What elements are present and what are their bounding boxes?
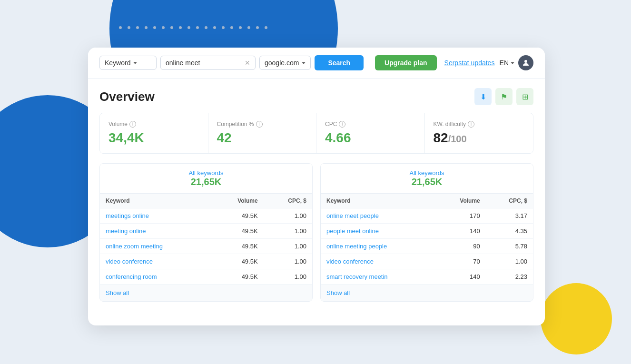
tables-row: All keywords 21,65K Keyword Volume CPC, … bbox=[99, 163, 533, 302]
right-col-keyword: Keyword bbox=[321, 194, 436, 208]
table-icon: ⊞ bbox=[522, 92, 528, 101]
left-table-count: 21,65K bbox=[106, 177, 306, 187]
left-table-all-keywords: All keywords bbox=[106, 169, 306, 177]
left-table-card: All keywords 21,65K Keyword Volume CPC, … bbox=[99, 163, 313, 302]
right-col-cpc: CPC, $ bbox=[486, 194, 533, 208]
stat-card-competition-%: Competition % i42 bbox=[208, 113, 317, 153]
stat-value: 34,4K bbox=[108, 130, 199, 146]
domain-value: google.com bbox=[265, 59, 299, 67]
stat-info-icon[interactable]: i bbox=[256, 121, 263, 128]
svg-point-0 bbox=[524, 60, 527, 63]
language-select[interactable]: EN bbox=[500, 59, 514, 67]
upgrade-plan-button[interactable]: Upgrade plan bbox=[375, 55, 436, 70]
stats-row: Volume i34,4KCompetition % i42CPC i4.66K… bbox=[99, 113, 533, 154]
keyword-cell: online zoom meeting bbox=[100, 239, 212, 254]
stat-value: 82/100 bbox=[434, 130, 525, 146]
table-row: online meeting people 90 5.78 bbox=[321, 239, 533, 254]
left-table-header: All keywords 21,65K bbox=[100, 164, 312, 193]
stat-value: 42 bbox=[217, 130, 308, 146]
bg-dots bbox=[119, 26, 267, 29]
overview-header: Overview ⬇ ⚑ ⊞ bbox=[99, 88, 533, 105]
left-col-cpc: CPC, $ bbox=[264, 194, 312, 208]
cpc-cell: 1.00 bbox=[264, 269, 312, 285]
keyword-cell: conferencing room bbox=[100, 269, 212, 285]
domain-chevron bbox=[302, 62, 306, 64]
stat-info-icon[interactable]: i bbox=[339, 121, 345, 128]
cpc-cell: 1.00 bbox=[264, 239, 312, 254]
stat-denominator: /100 bbox=[448, 134, 467, 144]
right-table-header: All keywords 21,65K bbox=[321, 164, 533, 193]
stat-label: KW. difficulty i bbox=[434, 121, 525, 128]
left-col-keyword: Keyword bbox=[100, 194, 212, 208]
table-row: people meet online 140 4.35 bbox=[321, 224, 533, 239]
table-row: online meet people 170 3.17 bbox=[321, 208, 533, 224]
stat-info-icon[interactable]: i bbox=[129, 121, 136, 128]
left-table: Keyword Volume CPC, $ meetings online 49… bbox=[100, 193, 312, 285]
table-row: meeting online 49.5K 1.00 bbox=[100, 224, 312, 239]
volume-cell: 90 bbox=[436, 239, 486, 254]
volume-cell: 140 bbox=[436, 224, 486, 239]
table-row: conferencing room 49.5K 1.00 bbox=[100, 269, 312, 285]
volume-cell: 140 bbox=[436, 269, 486, 285]
keyword-cell: meetings online bbox=[100, 208, 212, 224]
right-table-count: 21,65K bbox=[326, 177, 527, 187]
volume-cell: 70 bbox=[436, 254, 486, 269]
table-row: smart recovery meetin 140 2.23 bbox=[321, 269, 533, 285]
keyword-cell: smart recovery meetin bbox=[321, 269, 436, 285]
download-icon: ⬇ bbox=[480, 92, 486, 101]
stat-label: Competition % i bbox=[217, 121, 308, 128]
flag-button[interactable]: ⚑ bbox=[495, 88, 513, 105]
cpc-cell: 1.00 bbox=[264, 224, 312, 239]
stat-card-kw.-difficulty: KW. difficulty i82/100 bbox=[425, 113, 533, 153]
lang-chevron bbox=[511, 62, 514, 64]
top-bar: Keyword ✕ google.com Search Upgrade plan… bbox=[88, 48, 545, 79]
keyword-type-label: Keyword bbox=[105, 59, 130, 67]
content-area: Overview ⬇ ⚑ ⊞ Volume i34,4KCompetition … bbox=[88, 79, 545, 311]
search-button[interactable]: Search bbox=[315, 55, 364, 70]
keyword-cell: video conference bbox=[100, 254, 212, 269]
table-row: video conference 70 1.00 bbox=[321, 254, 533, 269]
stat-label: CPC i bbox=[325, 121, 416, 128]
keyword-cell: online meeting people bbox=[321, 239, 436, 254]
stat-value: 4.66 bbox=[325, 130, 416, 146]
keyword-cell: online meet people bbox=[321, 208, 436, 224]
keyword-cell: people meet online bbox=[321, 224, 436, 239]
cpc-cell: 1.00 bbox=[486, 254, 533, 269]
top-bar-right: EN bbox=[500, 55, 533, 70]
volume-cell: 49.5K bbox=[212, 224, 264, 239]
search-input-wrap: ✕ bbox=[160, 56, 256, 70]
keyword-type-select[interactable]: Keyword bbox=[99, 56, 157, 70]
table-button[interactable]: ⊞ bbox=[516, 88, 533, 105]
volume-cell: 49.5K bbox=[212, 269, 264, 285]
volume-cell: 170 bbox=[436, 208, 486, 224]
domain-select[interactable]: google.com bbox=[259, 56, 311, 70]
right-col-volume: Volume bbox=[436, 194, 486, 208]
volume-cell: 49.5K bbox=[212, 239, 264, 254]
download-button[interactable]: ⬇ bbox=[474, 88, 492, 105]
right-table-card: All keywords 21,65K Keyword Volume CPC, … bbox=[320, 163, 533, 302]
stat-card-volume: Volume i34,4K bbox=[100, 113, 208, 153]
table-row: online zoom meeting 49.5K 1.00 bbox=[100, 239, 312, 254]
serpstat-updates-link[interactable]: Serpstat updates bbox=[444, 59, 495, 67]
clear-search-icon[interactable]: ✕ bbox=[245, 59, 250, 67]
cpc-cell: 2.23 bbox=[486, 269, 533, 285]
cpc-cell: 1.00 bbox=[264, 208, 312, 224]
volume-cell: 49.5K bbox=[212, 208, 264, 224]
search-input[interactable] bbox=[166, 59, 243, 67]
main-card: Keyword ✕ google.com Search Upgrade plan… bbox=[88, 48, 545, 325]
keyword-cell: video conference bbox=[321, 254, 436, 269]
right-show-all[interactable]: Show all bbox=[321, 285, 533, 301]
cpc-cell: 4.35 bbox=[486, 224, 533, 239]
overview-title: Overview bbox=[99, 89, 155, 104]
flag-icon: ⚑ bbox=[501, 92, 507, 101]
left-col-volume: Volume bbox=[212, 194, 264, 208]
stat-card-cpc: CPC i4.66 bbox=[316, 113, 425, 153]
bg-circle-yellow bbox=[541, 283, 612, 354]
stat-info-icon[interactable]: i bbox=[468, 121, 474, 128]
user-avatar[interactable] bbox=[518, 55, 533, 70]
table-row: meetings online 49.5K 1.00 bbox=[100, 208, 312, 224]
table-row: video conference 49.5K 1.00 bbox=[100, 254, 312, 269]
cpc-cell: 5.78 bbox=[486, 239, 533, 254]
left-show-all[interactable]: Show all bbox=[100, 285, 312, 301]
right-table: Keyword Volume CPC, $ online meet people… bbox=[321, 193, 533, 285]
